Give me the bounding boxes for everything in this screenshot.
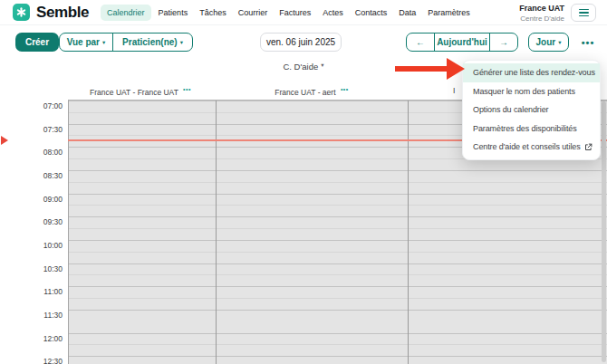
chevron-down-icon: ▾ [321,62,323,72]
hamburger-icon [579,9,589,17]
menu-item[interactable]: Générer une liste des rendez-vous [463,63,600,82]
time-label: 10:00 [0,241,63,250]
calendar-options-menu: Générer une liste des rendez-vous Masque… [462,60,601,160]
current-time-marker-icon [1,136,8,145]
main-nav: CalendrierPatientsTâchesCourrierFactures… [101,5,475,21]
previous-day-button[interactable]: ← [407,34,435,51]
time-label: 08:00 [0,148,63,157]
column-header-partial: I [453,86,455,95]
menu-item[interactable]: Centre d'aide et conseils utiles [463,138,600,157]
app-window: Semble CalendrierPatientsTâchesCourrierF… [0,0,607,364]
time-label: 12:30 [0,357,63,364]
practitioner-selector-label: C. D'aide [283,62,318,72]
nav-item[interactable]: Courrier [234,5,273,21]
nav-item[interactable]: Contacts [351,5,392,21]
today-button[interactable]: Aujourd'hui [435,34,489,51]
nav-item[interactable]: Data [394,5,420,21]
menu-item[interactable]: Masquer le nom des patients [463,82,600,101]
view-switch-group: Vue par ▾ Praticien(ne) ▾ [59,33,193,52]
column-header-label: France UAT - aert [275,88,335,97]
time-label: 12:00 [0,334,63,343]
ellipsis-icon: ••• [582,37,595,48]
time-label: 07:30 [0,125,63,134]
create-button[interactable]: Créer [15,33,59,52]
nav-item[interactable]: Paramètres [423,5,475,21]
menu-item[interactable]: Paramètres des disponibilités [463,120,600,139]
user-name: France UAT [519,4,564,14]
column-header-label: France UAT - France UAT [90,88,178,97]
arrow-left-icon: ← [416,37,425,47]
user-info: France UAT Centre D'aide [519,4,564,24]
menu-item[interactable]: Options du calendrier [463,101,600,120]
semble-logo[interactable] [13,4,30,21]
nav-item[interactable]: Patients [154,5,193,21]
view-mode-button[interactable]: Jour ▾ [528,33,569,52]
nav-item[interactable]: Tâches [195,5,231,21]
time-label: 07:00 [0,101,63,110]
next-day-button[interactable]: → [489,34,517,51]
chevron-down-icon: ▾ [558,39,561,46]
column-more-icon[interactable]: ••• [183,86,191,92]
date-nav-group: ← Aujourd'hui → [406,33,518,52]
column-header[interactable]: France UAT - aert ••• [275,86,348,97]
time-label: 09:30 [0,217,63,226]
date-picker-button[interactable]: ven. 06 juin 2025 [260,33,342,52]
time-label: 11:30 [0,311,63,320]
time-label: 08:30 [0,171,63,180]
nav-item[interactable]: Factures [275,5,315,21]
nav-item[interactable]: Calendrier [101,5,151,21]
arrow-right-icon: → [499,37,508,47]
time-label: 11:00 [0,287,63,296]
brand-name: Semble [36,4,89,22]
view-by-button[interactable]: Vue par ▾ [60,34,113,51]
chevron-down-icon: ▾ [180,39,183,46]
chevron-down-icon: ▾ [102,39,105,46]
external-link-icon [584,143,593,151]
column-header[interactable]: France UAT - France UAT ••• [90,86,191,97]
vertical-scrollbar[interactable] [602,101,606,362]
top-bar: Semble CalendrierPatientsTâchesCourrierF… [0,0,607,25]
menu-item-label: Options du calendrier [473,105,548,114]
menu-item-label: Paramètres des disponibilités [473,124,577,133]
user-menu-button[interactable] [571,4,596,22]
practitioner-filter-button[interactable]: Praticien(ne) ▾ [113,34,192,51]
column-header-label: I [453,86,455,95]
menu-item-label: Masquer le nom des patients [473,87,575,96]
menu-item-label: Centre d'aide et conseils utiles [473,142,581,151]
asterisk-icon [15,6,27,18]
nav-item[interactable]: Actes [318,5,348,21]
time-label: 10:30 [0,264,63,273]
more-options-button[interactable]: ••• [574,33,602,52]
time-label: 09:00 [0,195,63,204]
user-subtitle: Centre D'aide [519,14,564,24]
column-more-icon[interactable]: ••• [341,86,349,92]
menu-item-label: Générer une liste des rendez-vous [473,68,595,77]
